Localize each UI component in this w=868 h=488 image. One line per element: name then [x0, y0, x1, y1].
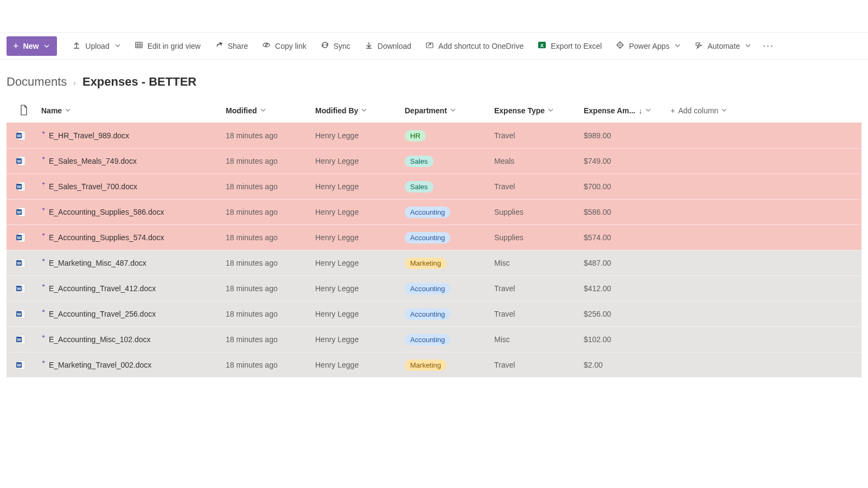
file-name-cell[interactable]: ✦E_HR_Travel_989.docx — [41, 131, 226, 140]
table-row[interactable]: ✦E_Accounting_Supplies_586.docx18 minute… — [7, 199, 861, 224]
file-type-cell — [7, 258, 41, 268]
table-row[interactable]: ✦E_Marketing_Misc_487.docx18 minutes ago… — [7, 250, 861, 275]
modified-by-cell[interactable]: Henry Legge — [315, 361, 405, 369]
modified-cell: 18 minutes ago — [226, 157, 315, 165]
department-pill: Sales — [405, 156, 433, 167]
file-name-cell[interactable]: ✦E_Accounting_Travel_256.docx — [41, 310, 226, 318]
column-header-filetype[interactable] — [7, 105, 41, 117]
export-excel-button[interactable]: X Export to Excel — [532, 36, 607, 56]
expense-amount-cell: $700.00 — [584, 182, 671, 191]
chevron-right-icon: › — [73, 79, 76, 87]
modified-by-cell[interactable]: Henry Legge — [315, 131, 405, 140]
new-indicator-icon: ✦ — [41, 157, 46, 161]
file-name-cell[interactable]: ✦E_Sales_Meals_749.docx — [41, 157, 226, 165]
upload-button[interactable]: Upload — [67, 36, 125, 56]
expense-amount-cell: $412.00 — [584, 284, 671, 293]
modified-by-cell[interactable]: Henry Legge — [315, 182, 405, 191]
modified-by-cell[interactable]: Henry Legge — [315, 284, 405, 293]
automate-label: Automate — [707, 42, 740, 50]
shortcut-icon — [425, 41, 434, 51]
expense-type-cell: Misc — [494, 259, 584, 267]
powerapps-icon — [616, 41, 624, 51]
power-apps-button[interactable]: Power Apps — [610, 36, 686, 56]
sync-icon — [321, 41, 329, 51]
modified-cell: 18 minutes ago — [226, 284, 315, 293]
sync-button[interactable]: Sync — [315, 36, 356, 56]
column-header-name[interactable]: Name — [41, 106, 226, 115]
share-icon — [215, 41, 224, 51]
modified-by-cell[interactable]: Henry Legge — [315, 310, 405, 318]
table-row[interactable]: ✦E_HR_Travel_989.docx18 minutes agoHenry… — [7, 123, 861, 148]
automate-icon — [694, 41, 703, 51]
download-button[interactable]: Download — [359, 36, 417, 56]
share-button[interactable]: Share — [209, 36, 253, 56]
expense-type-cell: Travel — [494, 182, 584, 191]
table-row[interactable]: ✦E_Marketing_Travel_002.docx18 minutes a… — [7, 352, 861, 377]
chevron-down-icon — [548, 107, 553, 114]
expense-type-cell: Travel — [494, 361, 584, 369]
expense-amount-cell: $989.00 — [584, 131, 671, 140]
file-name-cell[interactable]: ✦E_Accounting_Misc_102.docx — [41, 335, 226, 344]
file-name-cell[interactable]: ✦E_Accounting_Travel_412.docx — [41, 284, 226, 293]
word-document-icon — [16, 258, 26, 268]
expense-type-cell: Misc — [494, 335, 584, 344]
department-pill: Accounting — [405, 232, 450, 243]
department-pill: Accounting — [405, 334, 450, 345]
new-indicator-icon: ✦ — [41, 208, 46, 212]
file-name-cell[interactable]: ✦E_Accounting_Supplies_586.docx — [41, 208, 226, 216]
add-column-button[interactable]: + Add column — [671, 106, 757, 115]
modified-by-cell[interactable]: Henry Legge — [315, 233, 405, 242]
table-row[interactable]: ✦E_Sales_Meals_749.docx18 minutes agoHen… — [7, 148, 861, 174]
modified-by-cell[interactable]: Henry Legge — [315, 208, 405, 216]
chevron-down-icon — [722, 107, 727, 114]
expense-amount-cell: $586.00 — [584, 208, 671, 216]
column-header-modified-by-label: Modified By — [315, 106, 358, 115]
file-name-cell[interactable]: ✦E_Marketing_Travel_002.docx — [41, 361, 226, 369]
automate-button[interactable]: Automate — [689, 36, 756, 56]
more-commands-button[interactable]: ··· — [760, 40, 777, 52]
column-header-modified[interactable]: Modified — [226, 106, 315, 115]
new-indicator-icon: ✦ — [41, 310, 46, 314]
expense-type-cell: Travel — [494, 284, 584, 293]
department-cell: Accounting — [405, 309, 494, 320]
file-name-cell[interactable]: ✦E_Sales_Travel_700.docx — [41, 182, 226, 191]
word-document-icon — [16, 131, 26, 140]
copy-link-button[interactable]: Copy link — [257, 36, 312, 56]
department-cell: Accounting — [405, 232, 494, 243]
table-row[interactable]: ✦E_Accounting_Travel_412.docx18 minutes … — [7, 275, 861, 301]
column-header-department[interactable]: Department — [405, 106, 494, 115]
column-header-modified-by[interactable]: Modified By — [315, 106, 405, 115]
column-header-expense-amount[interactable]: Expense Am... ↓ — [584, 106, 671, 115]
new-indicator-icon: ✦ — [41, 233, 46, 237]
new-indicator-icon: ✦ — [41, 284, 46, 288]
add-shortcut-button[interactable]: Add shortcut to OneDrive — [420, 36, 529, 56]
table-row[interactable]: ✦E_Sales_Travel_700.docx18 minutes agoHe… — [7, 174, 861, 199]
expense-amount-cell: $487.00 — [584, 259, 671, 267]
breadcrumb-root[interactable]: Documents — [7, 75, 67, 89]
edit-grid-button[interactable]: Edit in grid view — [129, 36, 206, 56]
column-header-expense-type[interactable]: Expense Type — [494, 106, 584, 115]
modified-cell: 18 minutes ago — [226, 310, 315, 318]
svg-text:X: X — [540, 43, 544, 48]
modified-by-cell[interactable]: Henry Legge — [315, 259, 405, 267]
new-button[interactable]: + New — [7, 36, 57, 56]
word-document-icon — [16, 207, 26, 217]
department-pill: Accounting — [405, 309, 450, 320]
table-row[interactable]: ✦E_Accounting_Misc_102.docx18 minutes ag… — [7, 326, 861, 352]
table-row[interactable]: ✦E_Accounting_Supplies_574.docx18 minute… — [7, 224, 861, 250]
column-header-name-label: Name — [41, 106, 62, 115]
modified-cell: 18 minutes ago — [226, 208, 315, 216]
file-type-cell — [7, 182, 41, 191]
file-name-cell[interactable]: ✦E_Marketing_Misc_487.docx — [41, 259, 226, 267]
modified-by-cell[interactable]: Henry Legge — [315, 335, 405, 344]
download-label: Download — [378, 42, 411, 50]
file-name-label: E_Sales_Meals_749.docx — [49, 157, 137, 165]
department-cell: Sales — [405, 156, 494, 167]
chevron-down-icon — [361, 107, 367, 114]
new-indicator-icon: ✦ — [41, 259, 46, 263]
modified-by-cell[interactable]: Henry Legge — [315, 157, 405, 165]
department-cell: Accounting — [405, 283, 494, 294]
table-row[interactable]: ✦E_Accounting_Travel_256.docx18 minutes … — [7, 301, 861, 326]
column-header-modified-label: Modified — [226, 106, 257, 115]
file-name-cell[interactable]: ✦E_Accounting_Supplies_574.docx — [41, 233, 226, 242]
